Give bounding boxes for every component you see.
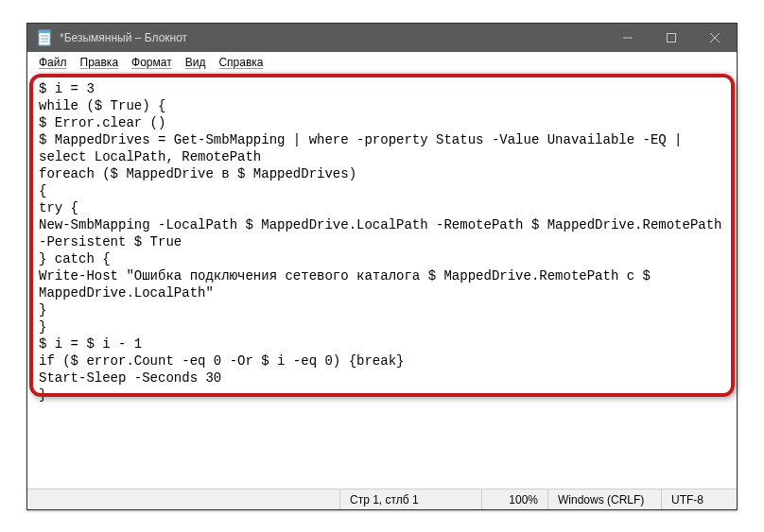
maximize-button[interactable] <box>650 24 693 52</box>
svg-rect-6 <box>668 34 676 43</box>
status-encoding: UTF-8 <box>661 489 737 509</box>
menu-file[interactable]: Файл <box>33 54 73 71</box>
titlebar: *Безымянный – Блокнот <box>27 24 737 52</box>
close-button[interactable] <box>693 24 737 52</box>
content-area: $ i = 3 while ($ True) { $ Error.clear (… <box>27 73 737 489</box>
status-position: Стр 1, стлб 1 <box>339 489 481 509</box>
statusbar: Стр 1, стлб 1 100% Windows (CRLF) UTF-8 <box>27 489 737 509</box>
menubar: Файл Правка Формат Вид Справка <box>27 52 737 73</box>
notepad-icon <box>37 28 52 47</box>
menu-edit[interactable]: Правка <box>75 54 125 71</box>
status-spacer <box>27 489 339 509</box>
menu-view[interactable]: Вид <box>180 54 212 71</box>
svg-rect-1 <box>39 30 50 33</box>
status-zoom: 100% <box>481 489 547 509</box>
text-editor[interactable]: $ i = 3 while ($ True) { $ Error.clear (… <box>33 77 731 487</box>
status-line-ending: Windows (CRLF) <box>547 489 661 509</box>
menu-help[interactable]: Справка <box>213 54 269 71</box>
minimize-button[interactable] <box>606 24 650 52</box>
window-title: *Безымянный – Блокнот <box>60 31 606 44</box>
notepad-window: *Безымянный – Блокнот Файл Правка Формат… <box>26 23 738 510</box>
menu-format[interactable]: Формат <box>126 54 178 71</box>
